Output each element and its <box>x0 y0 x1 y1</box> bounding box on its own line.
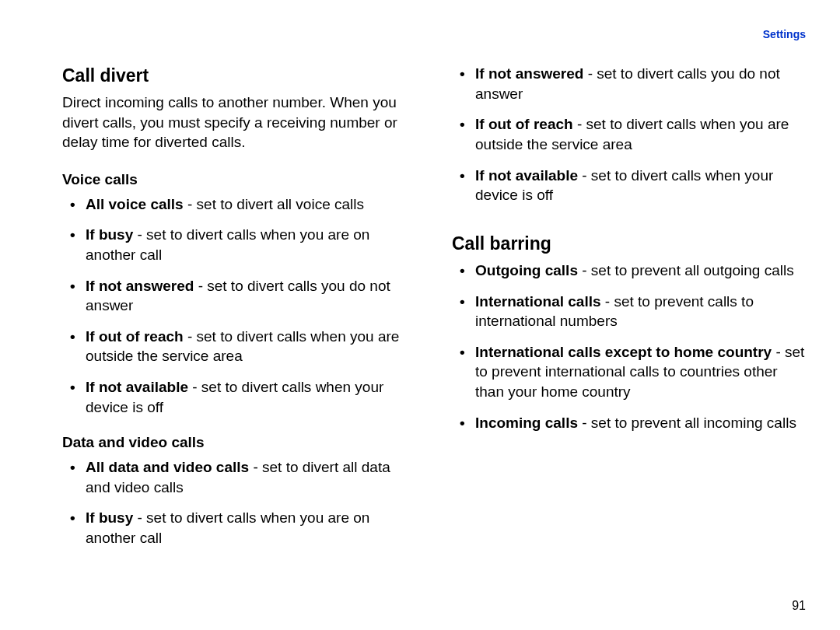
term: If busy <box>86 226 133 243</box>
subhead-voice-calls: Voice calls <box>62 170 416 190</box>
list-item: If not answered - set to divert calls yo… <box>62 276 416 316</box>
heading-call-barring: Call barring <box>452 232 806 256</box>
subhead-data-video-calls: Data and video calls <box>62 432 416 453</box>
desc: - set to divert all voice calls <box>184 196 364 212</box>
term: If not available <box>86 379 188 395</box>
list-item: Outgoing calls - set to prevent all outg… <box>452 261 806 281</box>
page-number: 91 <box>792 599 806 613</box>
list-item: If busy - set to divert calls when you a… <box>62 225 416 264</box>
term: If not answered <box>475 65 583 82</box>
term: If not available <box>475 167 578 184</box>
list-item: If out of reach - set to divert calls wh… <box>452 114 806 154</box>
list-item: All data and video calls - set to divert… <box>62 457 416 497</box>
call-barring-list: Outgoing calls - set to prevent all outg… <box>452 261 806 432</box>
list-item: If not answered - set to divert calls yo… <box>452 64 806 103</box>
desc: - set to prevent all incoming calls <box>578 415 796 431</box>
list-item: If not available - set to divert calls w… <box>62 377 416 417</box>
list-item: If out of reach - set to divert calls wh… <box>62 327 416 366</box>
term: All voice calls <box>86 196 184 212</box>
term: International calls <box>475 293 601 310</box>
list-item: If not available - set to divert calls w… <box>452 166 806 205</box>
call-divert-intro: Direct incoming calls to another number.… <box>62 93 416 152</box>
list-item: International calls - set to prevent cal… <box>452 292 806 331</box>
term: Incoming calls <box>475 415 578 431</box>
page-content: Call divert Direct incoming calls to ano… <box>62 64 806 583</box>
term: If out of reach <box>475 116 573 132</box>
list-item: International calls except to home count… <box>452 342 806 402</box>
heading-call-divert: Call divert <box>62 64 416 88</box>
term: If not answered <box>86 278 194 294</box>
voice-calls-list: All voice calls - set to divert all voic… <box>62 194 416 418</box>
term: If out of reach <box>86 328 184 345</box>
section-header-label: Settings <box>763 28 806 40</box>
term: All data and video calls <box>86 459 249 475</box>
list-item: All voice calls - set to divert all voic… <box>62 194 416 215</box>
list-item: If busy - set to divert calls when you a… <box>62 508 416 548</box>
term: International calls except to home count… <box>475 344 772 360</box>
term: If busy <box>86 509 133 526</box>
desc: - set to prevent all outgoing calls <box>578 262 794 278</box>
term: Outgoing calls <box>475 262 578 278</box>
list-item: Incoming calls - set to prevent all inco… <box>452 413 806 433</box>
